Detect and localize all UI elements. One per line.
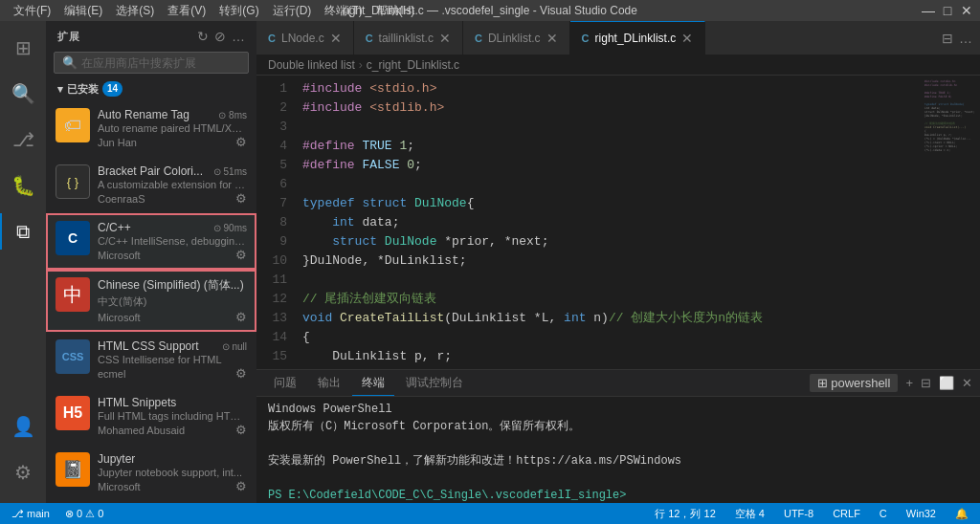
menu-file[interactable]: 文件(F)	[8, 1, 56, 21]
status-language[interactable]: C	[876, 508, 891, 519]
menu-goto[interactable]: 转到(G)	[213, 1, 264, 21]
tab-dlinklist[interactable]: C DLinklist.c ✕	[463, 21, 570, 55]
installed-text: 已安装	[67, 82, 99, 97]
extension-item-htmlcss[interactable]: CSS HTML CSS Support ⊙ null CSS Intellis…	[46, 332, 256, 388]
settings-icon[interactable]: ⚙	[235, 366, 247, 381]
ext-info-bracketpair: Bracket Pair Colori... ⊙ 51ms A customiz…	[98, 164, 247, 206]
settings-icon[interactable]: ⚙	[235, 191, 247, 206]
extension-item-autorenametag[interactable]: 🏷 Auto Rename Tag ⊙ 8ms Auto rename pair…	[46, 100, 256, 157]
activity-search[interactable]: 🔍	[0, 71, 46, 117]
ext-info-chinese: Chinese (Simplified) (简体...) 中文(简体) Micr…	[98, 277, 247, 324]
settings-icon[interactable]: ⚙	[235, 248, 247, 262]
menu-run[interactable]: 运行(D)	[267, 1, 318, 21]
terminal-line: 安装最新的 PowerShell，了解新功能和改进！https://aka.ms…	[268, 452, 969, 469]
panel-tab-terminal[interactable]: 终端	[352, 371, 394, 396]
code-content[interactable]: #include <stdio.h> #include <stdlib.h> #…	[295, 76, 923, 369]
settings-icon[interactable]: ⚙	[235, 310, 247, 324]
main-layout: ⊞ 🔍 ⎇ 🐛 ⧉ 👤 ⚙ 扩展 ↻ ⊘ … 🔍 ▾ 已安装 14	[0, 21, 980, 503]
ext-icon-htmlcss: CSS	[56, 339, 90, 374]
status-right: 行 12，列 12 空格 4 UTF-8 CRLF C Win32 🔔	[651, 507, 972, 521]
status-platform[interactable]: Win32	[902, 508, 940, 519]
menu-edit[interactable]: 编辑(E)	[58, 1, 108, 21]
maximize-button[interactable]: □	[942, 5, 953, 16]
ext-name: Auto Rename Tag	[98, 108, 189, 121]
extension-item-jupyterkeymap[interactable]: ⌨ Jupyter Keymap Jupyter keymaps for not…	[46, 501, 256, 503]
filter-icon[interactable]: ⊘	[214, 29, 226, 44]
close-button[interactable]: ✕	[961, 5, 972, 16]
activity-scm[interactable]: ⎇	[0, 117, 46, 163]
window-title: right_DLinklist.c — .vscodefel_single - …	[343, 4, 637, 17]
tab-label: taillinklist.c	[379, 32, 434, 45]
more-actions-icon[interactable]: …	[959, 31, 972, 46]
settings-icon[interactable]: ⚙	[235, 135, 247, 149]
status-spaces[interactable]: 空格 4	[731, 507, 768, 521]
menu-select[interactable]: 选择(S)	[110, 1, 160, 21]
minimize-button[interactable]: —	[923, 5, 934, 16]
menu-view[interactable]: 查看(V)	[162, 1, 212, 21]
extension-item-htmlsnippets[interactable]: H5 HTML Snippets Full HTML tags includin…	[46, 388, 256, 445]
ext-name: Bracket Pair Colori...	[98, 164, 203, 178]
tab-close-icon[interactable]: ✕	[681, 31, 693, 46]
breadcrumb: Double linked list › c_right_DLinklist.c	[256, 55, 980, 76]
ext-name: Chinese (Simplified) (简体...)	[98, 277, 244, 294]
ext-author-row: Microsoft ⚙	[98, 310, 247, 324]
activity-account[interactable]: 👤	[0, 404, 46, 449]
search-icon: 🔍	[62, 55, 78, 70]
breadcrumb-file[interactable]: c_right_DLinklist.c	[367, 58, 459, 72]
sidebar: 扩展 ↻ ⊘ … 🔍 ▾ 已安装 14 🏷	[46, 21, 256, 503]
tab-label: right_DLinklist.c	[595, 32, 677, 45]
ext-author: Mohamed Abusaid	[98, 425, 185, 436]
breadcrumb-separator: ›	[359, 58, 363, 72]
panel-tab-output[interactable]: 输出	[308, 371, 350, 395]
search-input[interactable]	[81, 56, 240, 70]
terminal-name: ⊞ powershell	[810, 374, 899, 392]
terminal-content[interactable]: Windows PowerShell 版权所有（C）Microsoft Corp…	[256, 397, 980, 503]
activity-settings[interactable]: ⚙	[0, 449, 46, 495]
extension-item-cpp[interactable]: C C/C++ ⊙ 90ms C/C++ IntelliSense, debug…	[46, 213, 256, 270]
status-eol[interactable]: CRLF	[829, 508, 864, 519]
extension-item-jupyter[interactable]: 📓 Jupyter Jupyter notebook support, int.…	[46, 445, 256, 501]
panel-tab-debug[interactable]: 调试控制台	[396, 371, 473, 395]
tab-close-icon[interactable]: ✕	[330, 31, 342, 46]
status-branch[interactable]: ⎇ main	[8, 508, 54, 520]
ext-info-autorenametag: Auto Rename Tag ⊙ 8ms Auto rename paired…	[98, 108, 247, 149]
activity-explorer[interactable]: ⊞	[0, 25, 46, 71]
tab-taillinklist[interactable]: C taillinklist.c ✕	[354, 21, 463, 55]
settings-icon[interactable]: ⚙	[235, 479, 247, 493]
ext-author-row: ecmel ⚙	[98, 366, 247, 381]
extension-item-chinese[interactable]: 中 Chinese (Simplified) (简体...) 中文(简体) Mi…	[46, 270, 256, 332]
terminal-line	[268, 469, 969, 487]
status-errors[interactable]: ⊗ 0 ⚠ 0	[61, 508, 107, 520]
terminal-line: Windows PowerShell	[268, 401, 969, 418]
refresh-icon[interactable]: ↻	[197, 29, 209, 44]
tab-lnode[interactable]: C LNode.c ✕	[256, 21, 354, 55]
ext-author-row: Jun Han ⚙	[98, 135, 247, 149]
activity-debug[interactable]: 🐛	[0, 163, 46, 208]
tab-right-dlinklist[interactable]: C right_DLinklist.c ✕	[570, 21, 706, 55]
split-editor-icon[interactable]: ⊟	[942, 31, 953, 46]
installed-section-header[interactable]: ▾ 已安装 14	[46, 77, 256, 100]
status-encoding[interactable]: UTF-8	[780, 508, 817, 519]
ext-name: HTML CSS Support	[98, 339, 199, 353]
maximize-panel-icon[interactable]: ⬜	[939, 376, 954, 390]
tab-close-icon[interactable]: ✕	[439, 31, 451, 46]
terminal-line	[268, 435, 969, 452]
new-terminal-icon[interactable]: +	[905, 376, 913, 390]
status-notifications[interactable]: 🔔	[951, 508, 972, 520]
extension-item-bracketpair[interactable]: { } Bracket Pair Colori... ⊙ 51ms A cust…	[46, 157, 256, 213]
tab-close-icon[interactable]: ✕	[546, 31, 558, 46]
split-terminal-icon[interactable]: ⊟	[921, 376, 931, 390]
code-editor: 12345 678910 1112131415 16171819 #includ…	[256, 76, 980, 369]
close-panel-icon[interactable]: ✕	[962, 376, 972, 390]
status-cursor[interactable]: 行 12，列 12	[651, 507, 720, 521]
ext-name: C/C++	[98, 221, 131, 234]
activity-extensions[interactable]: ⧉	[0, 208, 46, 254]
more-actions-icon[interactable]: …	[232, 29, 245, 44]
settings-icon[interactable]: ⚙	[235, 423, 247, 437]
terminal-prompt: PS E:\Codefield\CODE_C\C_Single\.vscodef…	[268, 487, 969, 503]
panel-tab-problems[interactable]: 问题	[264, 371, 306, 395]
editor-right-actions: ⊟ …	[934, 21, 980, 55]
breadcrumb-folder[interactable]: Double linked list	[268, 58, 355, 72]
tab-label: LNode.c	[281, 32, 324, 45]
tab-filetype-icon: C	[268, 33, 276, 44]
